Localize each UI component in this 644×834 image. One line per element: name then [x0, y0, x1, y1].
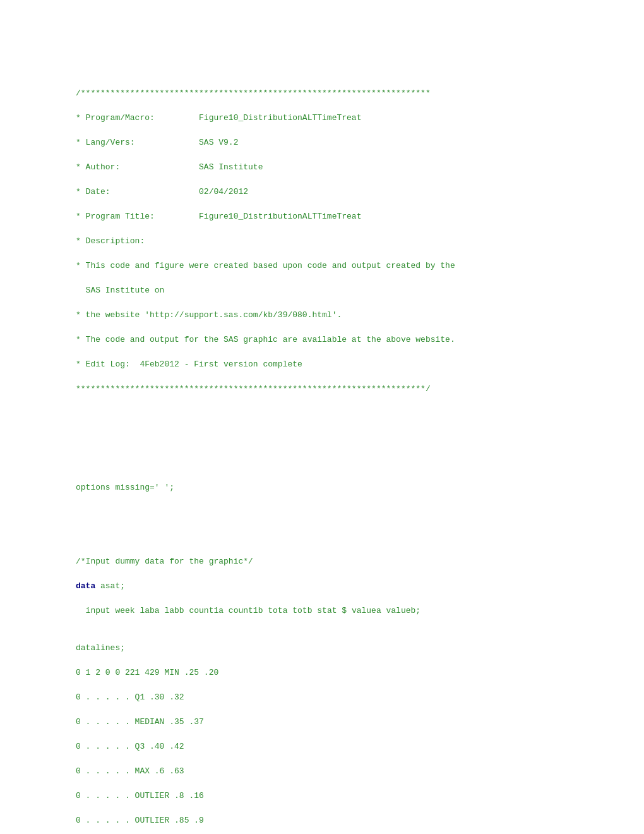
options-line: options missing=' ';	[76, 481, 619, 494]
comment-line-13: ****************************************…	[76, 383, 619, 396]
comment-line-3: * Lang/Vers: SAS V9.2	[76, 136, 619, 149]
input-keyword: input	[86, 606, 110, 615]
data-name: asat;	[95, 581, 125, 591]
comment-line-2: * Program/Macro: Figure10_DistributionAL…	[76, 112, 619, 124]
header-comment-section: /***************************************…	[76, 63, 619, 420]
data-row-0: 0 1 2 0 0 221 429 MIN .25 .20	[76, 667, 619, 679]
comment-line-1: /***************************************…	[76, 87, 619, 100]
comment-line-8: * This code and figure were created base…	[76, 260, 619, 272]
data-statement: data asat;	[76, 580, 619, 593]
data-row-3: 0 . . . . . Q3 .40 .42	[76, 740, 619, 753]
comment-line-4: * Author: SAS Institute	[76, 161, 619, 174]
data-row-4: 0 . . . . . MAX .6 .63	[76, 765, 619, 778]
comment-line-10: * the website 'http://support.sas.com/kb…	[76, 309, 619, 322]
data-row-2: 0 . . . . . MEDIAN .35 .37	[76, 716, 619, 728]
blank-line-1	[76, 445, 619, 457]
comment-line-6: * Program Title: Figure10_DistributionAL…	[76, 210, 619, 223]
data-row-5: 0 . . . . . OUTLIER .8 .16	[76, 790, 619, 802]
comment-line-7: * Description:	[76, 235, 619, 248]
input-statement: input week laba labb count1a count1b tot…	[76, 605, 619, 617]
data-row-1: 0 . . . . . Q1 .30 .32	[76, 691, 619, 704]
input-vars: week laba labb count1a count1b tota totb…	[110, 606, 420, 615]
comment-line-9: SAS Institute on	[76, 284, 619, 297]
datalines-keyword: datalines;	[76, 642, 619, 655]
code-container: /***************************************…	[76, 38, 619, 834]
comment-line-12: * Edit Log: 4Feb2012 - First version com…	[76, 358, 619, 371]
data-keyword: data	[76, 581, 95, 591]
input-comment: /*Input dummy data for the graphic*/	[76, 555, 619, 568]
comment-line-11: * The code and output for the SAS graphi…	[76, 334, 619, 346]
comment-line-5: * Date: 02/04/2012	[76, 186, 619, 198]
data-row-6: 0 . . . . . OUTLIER .85 .9	[76, 814, 619, 827]
blank-line-2	[76, 519, 619, 531]
